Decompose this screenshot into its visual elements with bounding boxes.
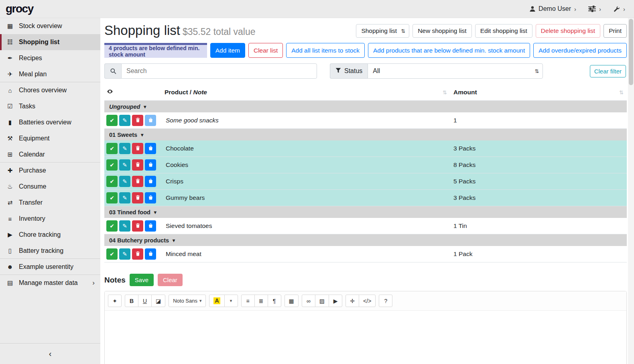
sidebar-item-recipes[interactable]: ✒ Recipes: [0, 50, 100, 66]
edit-item-button[interactable]: ✎: [119, 248, 130, 260]
add-to-stock-button[interactable]: [145, 159, 156, 171]
sidebar-item-meal-plan[interactable]: ✈ Meal plan: [0, 66, 100, 82]
codeview-button[interactable]: </>: [359, 295, 376, 307]
unordered-list-button[interactable]: ≡: [241, 295, 255, 307]
magic-style-button[interactable]: ✦: [108, 295, 122, 307]
clear-filter-button[interactable]: Clear filter: [590, 65, 626, 77]
delete-item-button[interactable]: [132, 159, 143, 171]
mark-done-button[interactable]: ✔: [106, 143, 118, 154]
amount-column-header[interactable]: Amount ⇅: [453, 89, 627, 96]
clear-list-button[interactable]: Clear list: [248, 43, 283, 58]
sidebar-item-shopping-list[interactable]: ☷ Shopping list: [0, 34, 100, 50]
paragraph-align-button[interactable]: ¶: [268, 295, 281, 307]
edit-shopping-list-button[interactable]: Edit shopping list: [475, 24, 532, 38]
group-header-row[interactable]: Ungrouped ▾: [104, 101, 627, 112]
add-to-stock-button[interactable]: [145, 248, 156, 260]
delete-item-button[interactable]: [132, 115, 143, 126]
sidebar-item-equipment[interactable]: ⚒ Equipment: [0, 130, 100, 146]
edit-item-button[interactable]: ✎: [119, 176, 130, 187]
sidebar-collapse-button[interactable]: ‹: [0, 343, 100, 364]
notes-editor-textarea[interactable]: [105, 311, 626, 364]
product-amount: 8 Packs: [453, 161, 627, 169]
new-shopping-list-button[interactable]: New shopping list: [413, 24, 471, 38]
sidebar-item-purchase[interactable]: ✚ Purchase: [0, 163, 100, 179]
min-stock-alert[interactable]: 4 products are below defined min. stock …: [104, 43, 207, 58]
add-to-stock-button[interactable]: [145, 143, 156, 154]
sidebar-item-batteries-overview[interactable]: ▮ Batteries overview: [0, 114, 100, 130]
add-all-to-stock-button[interactable]: Add all list items to stock: [286, 43, 365, 58]
ordered-list-button[interactable]: ≣: [254, 295, 268, 307]
sidebar-item-calendar[interactable]: ⊞ Calendar: [0, 146, 100, 163]
sort-icon[interactable]: ⇅: [443, 89, 447, 96]
delete-item-button[interactable]: [132, 192, 143, 203]
sort-icon[interactable]: ⇅: [619, 89, 624, 96]
help-button[interactable]: ?: [379, 295, 392, 307]
bold-button[interactable]: B: [125, 295, 138, 307]
edit-item-button[interactable]: ✎: [119, 220, 130, 232]
sidebar-item-chores-overview[interactable]: ⌂ Chores overview: [0, 82, 100, 98]
edit-item-button[interactable]: ✎: [119, 159, 130, 171]
add-to-stock-button[interactable]: [145, 176, 156, 187]
mark-done-button[interactable]: ✔: [106, 248, 118, 260]
mark-done-button[interactable]: ✔: [106, 220, 118, 232]
mark-done-button[interactable]: ✔: [106, 176, 118, 187]
user-menu[interactable]: Demo User ›: [529, 5, 576, 12]
notes-save-button[interactable]: Save: [130, 274, 154, 286]
product-column-header[interactable]: Product / Note ⇅: [165, 89, 453, 96]
caret-down-icon: ▾: [154, 209, 156, 215]
sidebar-item-example-userentity[interactable]: ☻ Example userentity: [0, 259, 100, 275]
mark-done-button[interactable]: ✔: [106, 159, 118, 171]
insert-link-button[interactable]: ∞: [302, 295, 315, 307]
notes-clear-button[interactable]: Clear: [158, 274, 183, 286]
add-overdue-button[interactable]: Add overdue/expired products: [533, 43, 627, 58]
font-color-dropdown[interactable]: ▾: [224, 295, 238, 307]
add-to-stock-button[interactable]: [145, 115, 156, 126]
sidebar-item-stock-overview[interactable]: ▦ Stock overview: [0, 18, 100, 34]
font-color-icon: A: [213, 297, 220, 304]
sidebar-item-transfer[interactable]: ⇄ Transfer: [0, 195, 100, 211]
delete-shopping-list-button[interactable]: Delete shopping list: [536, 24, 600, 38]
sidebar-item-battery-tracking[interactable]: ▯ Battery tracking: [0, 243, 100, 259]
admin-menu[interactable]: ›: [613, 6, 625, 12]
add-below-min-stock-button[interactable]: Add products that are below defined min.…: [368, 43, 530, 58]
print-button[interactable]: Print: [604, 24, 627, 38]
delete-item-button[interactable]: [132, 176, 143, 187]
group-header-row[interactable]: 01 Sweets ▾: [104, 129, 627, 140]
group-header-row[interactable]: 04 Butchery products ▾: [104, 234, 627, 246]
edit-item-button[interactable]: ✎: [119, 143, 130, 154]
grocy-logo[interactable]: grocy: [6, 2, 33, 15]
font-color-button[interactable]: A: [209, 295, 224, 307]
clear-formatting-button[interactable]: ◪: [151, 295, 165, 307]
mark-done-button[interactable]: ✔: [106, 115, 118, 126]
visibility-column-header[interactable]: [104, 88, 165, 96]
add-item-button[interactable]: Add item: [210, 43, 245, 58]
scrollbar-thumb[interactable]: [629, 19, 633, 85]
group-header-row[interactable]: 03 Tinned food ▾: [104, 206, 627, 218]
unordered-list-icon: ≡: [246, 298, 250, 304]
sidebar-item-tasks[interactable]: ☑ Tasks: [0, 98, 100, 114]
fullscreen-button[interactable]: ✛: [345, 295, 359, 307]
mark-done-button[interactable]: ✔: [106, 192, 118, 203]
page-scrollbar[interactable]: [628, 18, 634, 364]
add-to-stock-button[interactable]: [145, 192, 156, 203]
settings-menu[interactable]: ›: [588, 6, 601, 12]
insert-picture-button[interactable]: ▨: [315, 295, 329, 307]
sidebar-item-inventory[interactable]: ≡ Inventory: [0, 211, 100, 227]
delete-item-button[interactable]: [132, 248, 143, 260]
font-family-dropdown[interactable]: Noto Sans ▾: [169, 295, 206, 307]
edit-item-button[interactable]: ✎: [119, 115, 130, 126]
edit-item-button[interactable]: ✎: [119, 192, 130, 203]
delete-item-button[interactable]: [132, 143, 143, 154]
sidebar-item-manage-master-data[interactable]: ▤ Manage master data ›: [0, 275, 100, 291]
sidebar-item-chore-tracking[interactable]: ▶ Chore tracking: [0, 227, 100, 243]
delete-item-button[interactable]: [132, 220, 143, 232]
exchange-arrows-icon: ⇄: [6, 199, 14, 206]
underline-button[interactable]: U: [138, 295, 152, 307]
search-input[interactable]: [121, 63, 317, 79]
add-to-stock-button[interactable]: [145, 220, 156, 232]
sidebar-item-consume[interactable]: ♨ Consume: [0, 179, 100, 195]
insert-table-button[interactable]: ▦: [284, 295, 299, 307]
status-select[interactable]: All ⇅: [368, 63, 543, 79]
insert-video-button[interactable]: ▶: [329, 295, 342, 307]
shopping-list-selector[interactable]: Shopping list ⇅: [356, 24, 409, 38]
